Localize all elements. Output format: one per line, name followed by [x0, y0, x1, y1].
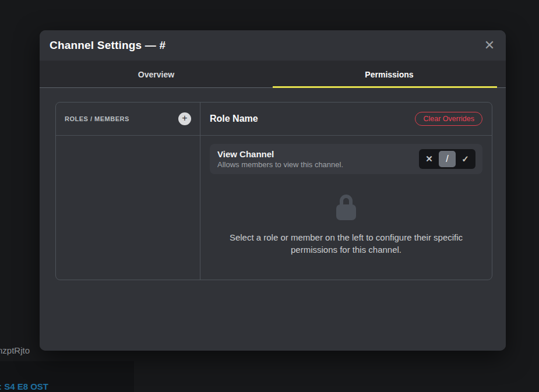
permission-name: View Channel [217, 149, 343, 159]
roles-members-panel: ROLES / MEMBERS + [56, 103, 200, 280]
modal-body: ROLES / MEMBERS + Role Name Clear Overri… [40, 88, 506, 351]
role-name-title: Role Name [210, 114, 258, 124]
deny-icon[interactable]: ✕ [421, 151, 438, 167]
lock-icon [335, 192, 357, 223]
tab-bar: Overview Permissions [40, 61, 506, 88]
background-partial-text: nzptRjto [0, 345, 30, 355]
permissions-panel: Role Name Clear Overrides View Channel A… [200, 103, 492, 280]
empty-state-message: Select a role or member on the left to c… [221, 231, 471, 256]
modal-header: Channel Settings — # ✕ [40, 30, 506, 61]
roles-members-label: ROLES / MEMBERS [65, 115, 129, 122]
background-link-text: : S4 E8 OST [0, 382, 48, 391]
neutral-icon[interactable]: / [439, 151, 456, 167]
modal-title: Channel Settings — # [50, 39, 165, 52]
permission-description: Allows members to view this channel. [217, 160, 343, 169]
roles-members-header: ROLES / MEMBERS + [56, 103, 200, 136]
clear-overrides-button[interactable]: Clear Overrides [415, 112, 482, 126]
tab-overview[interactable]: Overview [40, 61, 273, 88]
close-icon[interactable]: ✕ [480, 36, 499, 55]
panels-container: ROLES / MEMBERS + Role Name Clear Overri… [55, 102, 492, 280]
permission-text: View Channel Allows members to view this… [217, 149, 343, 169]
permissions-header: Role Name Clear Overrides [200, 103, 492, 136]
allow-icon[interactable]: ✓ [457, 151, 474, 167]
empty-state: Select a role or member on the left to c… [200, 174, 492, 280]
permission-toggle-group: ✕ / ✓ [419, 149, 475, 169]
add-role-icon[interactable]: + [178, 112, 191, 125]
roles-members-list[interactable] [56, 136, 200, 280]
tab-permissions[interactable]: Permissions [273, 61, 506, 88]
channel-settings-modal: Channel Settings — # ✕ Overview Permissi… [40, 30, 506, 351]
permission-row-view-channel: View Channel Allows members to view this… [210, 144, 482, 174]
